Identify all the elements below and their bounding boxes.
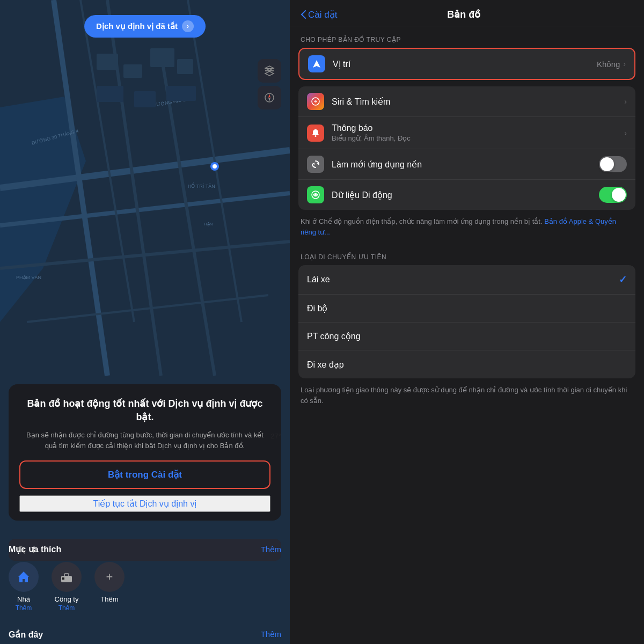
page-title: Bản đồ — [337, 9, 590, 20]
refresh-row-content: Làm mới ứng dụng nền — [332, 159, 599, 170]
fav-home[interactable]: Nhà Thêm — [9, 562, 39, 612]
note-text-content: Khi ở Chế độ nguồn điện thấp, chức năng … — [301, 217, 544, 225]
svg-marker-30 — [268, 94, 270, 98]
svg-rect-37 — [62, 577, 64, 580]
siri-title: Siri & Tìm kiếm — [332, 97, 624, 107]
refresh-toggle-thumb — [600, 157, 614, 171]
transport-bike-label: Đi xe đạp — [307, 360, 627, 370]
location-row[interactable]: Vị trí Không › — [299, 49, 634, 79]
location-service-btn[interactable]: Dịch vụ định vị đã tắt › — [84, 15, 206, 38]
svg-rect-19 — [177, 59, 193, 74]
mobile-data-content: Dữ liệu Di động — [332, 190, 599, 200]
fav-home-label: Nhà — [17, 595, 30, 603]
fav-home-sublabel: Thêm — [16, 604, 32, 612]
svg-marker-31 — [268, 98, 270, 101]
siri-row-content: Siri & Tìm kiếm — [332, 97, 624, 107]
svg-point-44 — [314, 194, 317, 196]
bottom-note: Loại phương tiện giao thông này sẽ được … — [290, 378, 644, 422]
other-access-group: Siri & Tìm kiếm › Thông báo Biểu ngữ, Âm… — [298, 86, 635, 210]
fav-work-label: Công ty — [55, 595, 79, 603]
siri-chevron: › — [624, 97, 627, 106]
arrow-icon: › — [182, 20, 194, 32]
transport-drive-label: Lái xe — [307, 275, 619, 284]
fav-work-sublabel: Thêm — [58, 604, 75, 612]
svg-rect-21 — [134, 91, 156, 107]
map-layer-btn[interactable] — [258, 59, 281, 83]
continue-off-btn[interactable]: Tiếp tục tắt Dịch vụ định vị — [19, 495, 270, 512]
transport-walk-label: Đi bộ — [307, 303, 627, 313]
svg-rect-20 — [97, 86, 123, 102]
nearby-more-btn[interactable]: Thêm — [261, 630, 281, 640]
transport-public[interactable]: PT công cộng — [298, 323, 635, 350]
favorites-header: Mục ưa thích Thêm — [9, 544, 281, 554]
location-icon — [308, 55, 325, 72]
svg-rect-22 — [166, 86, 196, 101]
svg-marker-41 — [317, 163, 319, 165]
compass-btn[interactable] — [258, 86, 281, 109]
svg-text:HẠN: HẠN — [204, 222, 213, 226]
svg-rect-18 — [150, 48, 174, 67]
siri-row[interactable]: Siri & Tìm kiếm › — [298, 86, 635, 117]
favorites-items: Nhà Thêm Công ty Thêm + Thêm — [9, 562, 281, 612]
transport-drive[interactable]: Lái xe ✓ — [298, 265, 635, 295]
transport-walk[interactable]: Đi bộ — [298, 295, 635, 323]
background-refresh-row[interactable]: Làm mới ứng dụng nền — [298, 149, 635, 180]
settings-header: Cài đặt Bản đồ — [290, 0, 644, 26]
nearby-title: Gần đây — [9, 630, 43, 640]
location-value: Không — [597, 60, 620, 69]
dialog-title: Bản đồ hoạt động tốt nhất với Dịch vụ đị… — [19, 397, 270, 423]
back-label: Cài đặt — [308, 9, 337, 20]
fav-add-icon: + — [94, 562, 125, 592]
svg-rect-36 — [64, 574, 69, 576]
refresh-title: Làm mới ứng dụng nền — [332, 159, 599, 170]
svg-point-24 — [213, 164, 217, 169]
back-btn[interactable]: Cài đặt — [301, 9, 337, 20]
mobile-data-row[interactable]: Dữ liệu Di động — [298, 180, 635, 210]
refresh-toggle[interactable] — [599, 156, 627, 172]
favorites-section: Mục ưa thích Thêm Nhà Thêm Công ty Thêm — [0, 544, 290, 612]
dialog-text: Bạn sẽ nhận được chỉ đường từng bước, th… — [19, 430, 270, 451]
svg-rect-40 — [315, 135, 317, 137]
fav-work[interactable]: Công ty Thêm — [52, 562, 82, 612]
siri-icon — [307, 93, 324, 110]
location-access-group: Vị trí Không › — [298, 48, 635, 80]
map-controls — [258, 59, 281, 109]
transport-section-label: LOẠI DI CHUYỂN ƯU TIÊN — [290, 244, 644, 265]
fav-add[interactable]: + Thêm — [94, 562, 125, 612]
notification-row[interactable]: Thông báo Biểu ngữ, Âm thanh, Đọc › — [298, 117, 635, 149]
svg-rect-17 — [123, 64, 142, 78]
fav-home-icon — [9, 562, 39, 592]
location-row-content: Vị trí — [333, 59, 597, 69]
refresh-icon — [307, 156, 324, 173]
notification-row-content: Thông báo Biểu ngữ, Âm thanh, Đọc — [332, 123, 624, 142]
mobile-data-toggle[interactable] — [599, 187, 627, 203]
svg-text:HỒ TRÍ TÂN: HỒ TRÍ TÂN — [188, 182, 215, 189]
transport-group: Lái xe ✓ Đi bộ PT công cộng Đi xe đạp — [298, 265, 635, 378]
background-note: Khi ở Chế độ nguồn điện thấp, chức năng … — [290, 210, 644, 244]
fav-work-icon — [52, 562, 82, 592]
mobile-data-icon — [307, 186, 324, 203]
enable-location-btn[interactable]: Bật trong Cài đặt — [19, 460, 270, 489]
mobile-data-title: Dữ liệu Di động — [332, 190, 599, 200]
svg-marker-34 — [18, 572, 29, 582]
transport-drive-check: ✓ — [619, 274, 627, 286]
svg-rect-16 — [97, 54, 118, 70]
location-dialog: Bản đồ hoạt động tốt nhất với Dịch vụ đị… — [9, 384, 281, 521]
favorites-more-btn[interactable]: Thêm — [261, 545, 281, 554]
notification-title: Thông báo — [332, 123, 624, 133]
svg-marker-38 — [313, 60, 320, 68]
left-panel: ĐƯỜNG 30 THÁNG 4 TRƯỜNG HÀI-SIÊU HỒ TRÍ … — [0, 0, 290, 644]
favorites-title: Mục ưa thích — [9, 544, 61, 554]
location-chevron: › — [623, 60, 626, 68]
notification-subtitle: Biểu ngữ, Âm thanh, Đọc — [332, 134, 624, 142]
location-service-label: Dịch vụ định vị đã tắt — [96, 21, 178, 31]
notification-chevron: › — [624, 129, 627, 137]
svg-marker-28 — [265, 71, 274, 76]
svg-text:PHẠM VĂN: PHẠM VĂN — [16, 275, 41, 280]
nearby-section: Gần đây Thêm — [9, 630, 281, 640]
fav-add-label: Thêm — [100, 595, 118, 603]
access-section-label: CHO PHÉP BẢN ĐỒ TRUY CẬP — [290, 26, 644, 48]
location-title: Vị trí — [333, 59, 597, 69]
right-panel: Cài đặt Bản đồ CHO PHÉP BẢN ĐỒ TRUY CẬP … — [290, 0, 644, 644]
transport-bike[interactable]: Đi xe đạp — [298, 350, 635, 378]
